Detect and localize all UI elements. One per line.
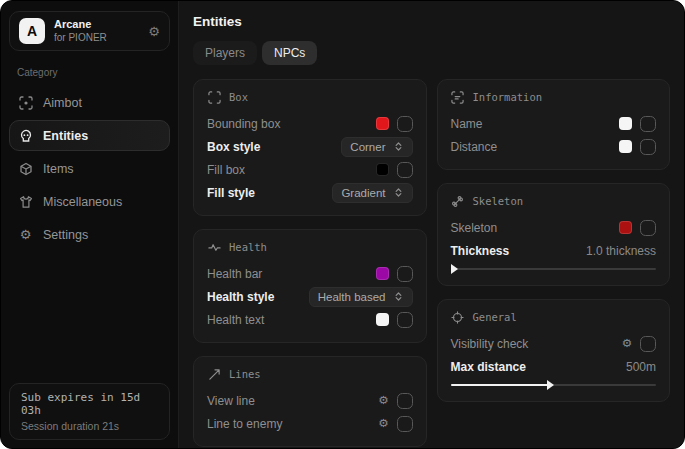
unfold-icon [393,141,404,152]
general-card: General Visibility check ⚙ Max distance … [437,299,671,402]
brand-card: A Arcane for PIONER ⚙ [9,11,170,51]
row-label: Line to enemy [207,417,282,431]
name-color-swatch[interactable] [619,117,632,130]
thickness-slider[interactable] [451,264,657,274]
line-to-enemy-row: Line to enemy ⚙ [207,412,413,435]
view-line-row: View line ⚙ [207,389,413,412]
brand-name: Arcane [54,18,139,32]
sidebar-item-settings[interactable]: ⚙ Settings [9,219,170,250]
view-line-settings-gear-icon[interactable]: ⚙ [378,395,388,407]
max-distance-slider[interactable] [451,380,657,390]
distance-color-swatch[interactable] [619,140,632,153]
health-card: Health Health bar Health style Health ba… [193,229,427,343]
page-title: Entities [193,14,670,29]
tab-players[interactable]: Players [193,41,257,65]
card-title: General [473,311,517,323]
health-bar-color-swatch[interactable] [376,267,389,280]
session-duration-text: Session duration 21s [21,420,158,432]
fill-box-color-swatch[interactable] [376,163,389,176]
health-pulse-icon [207,240,221,254]
line-to-enemy-checkbox[interactable] [397,416,413,432]
visibility-check-checkbox[interactable] [640,336,656,352]
thickness-row: Thickness 1.0 thickness [451,239,657,262]
sidebar-item-entities[interactable]: Entities [9,120,170,151]
visibility-check-row: Visibility check ⚙ [451,332,657,355]
information-card: Information Name Distance [437,79,671,170]
box-style-dropdown[interactable]: Corner [341,137,412,157]
row-label: Box style [207,140,260,154]
thickness-slider-thumb[interactable] [451,264,458,274]
bounding-box-checkbox[interactable] [397,116,413,132]
sidebar-item-miscellaneous[interactable]: Miscellaneous [9,186,170,217]
view-line-checkbox[interactable] [397,393,413,409]
bounding-box-color-swatch[interactable] [376,117,389,130]
name-checkbox[interactable] [640,116,656,132]
row-label: View line [207,394,255,408]
aimbot-crosshair-icon [18,95,33,110]
brand-initial: A [27,23,37,39]
unfold-icon [393,291,404,302]
lines-diagonal-arrow-icon [207,367,221,381]
card-title: Box [229,91,248,103]
line-to-enemy-settings-gear-icon[interactable]: ⚙ [378,418,388,430]
settings-gear-icon: ⚙ [18,227,33,242]
sidebar-item-label: Entities [43,129,88,143]
skeleton-bone-icon [451,194,465,208]
fill-style-row: Fill style Gradient [207,181,413,204]
brand-logo: A [19,18,45,44]
box-card: Box Bounding box Box style Corner [193,79,427,216]
health-style-dropdown[interactable]: Health based [309,287,413,307]
row-label: Fill box [207,163,245,177]
app-window: A Arcane for PIONER ⚙ Category Aimbot [0,0,685,449]
max-distance-slider-thumb[interactable] [547,380,554,390]
main-panel: Entities Players NPCs Box [179,1,684,448]
general-crosshair-icon [451,310,465,324]
lines-card: Lines View line ⚙ Line to enemy ⚙ [193,356,427,447]
card-title: Lines [229,368,261,380]
fill-box-checkbox[interactable] [397,162,413,178]
entities-skull-icon [18,128,33,143]
name-row: Name [451,112,657,135]
visibility-check-settings-gear-icon[interactable]: ⚙ [622,338,632,350]
fill-box-row: Fill box [207,158,413,181]
card-title: Information [473,91,543,103]
row-label: Distance [451,140,498,154]
health-text-checkbox[interactable] [397,312,413,328]
distance-row: Distance [451,135,657,158]
row-label: Visibility check [451,337,529,351]
sidebar-item-aimbot[interactable]: Aimbot [9,87,170,118]
distance-checkbox[interactable] [640,139,656,155]
box-brackets-icon [207,90,221,104]
unfold-icon [393,187,404,198]
health-text-color-swatch[interactable] [376,313,389,326]
brand-settings-gear-icon[interactable]: ⚙ [148,24,160,39]
dropdown-value: Corner [350,141,385,153]
skeleton-color-swatch[interactable] [619,221,632,234]
tab-npcs[interactable]: NPCs [262,41,317,65]
thickness-value: 1.0 thickness [586,244,656,258]
dropdown-value: Gradient [341,187,385,199]
max-distance-value: 500m [626,360,656,374]
information-scan-icon [451,90,465,104]
sidebar-item-label: Settings [43,228,88,242]
health-bar-row: Health bar [207,262,413,285]
card-title: Skeleton [473,195,524,207]
health-bar-checkbox[interactable] [397,266,413,282]
brand-subtitle: for PIONER [54,32,139,45]
row-label: Health text [207,313,264,327]
health-style-row: Health style Health based [207,285,413,308]
health-text-row: Health text [207,308,413,331]
fill-style-dropdown[interactable]: Gradient [332,183,412,203]
bounding-box-row: Bounding box [207,112,413,135]
row-label: Thickness [451,244,510,258]
skeleton-checkbox[interactable] [640,220,656,236]
sidebar: A Arcane for PIONER ⚙ Category Aimbot [1,1,179,448]
sidebar-item-items[interactable]: Items [9,153,170,184]
sidebar-item-label: Aimbot [43,96,82,110]
sub-expiry-text: Sub expires in 15d 03h [21,391,158,417]
dropdown-value: Health based [318,291,386,303]
card-title: Health [229,241,267,253]
items-cube-icon [18,161,33,176]
row-label: Health bar [207,267,262,281]
category-label: Category [17,67,162,78]
